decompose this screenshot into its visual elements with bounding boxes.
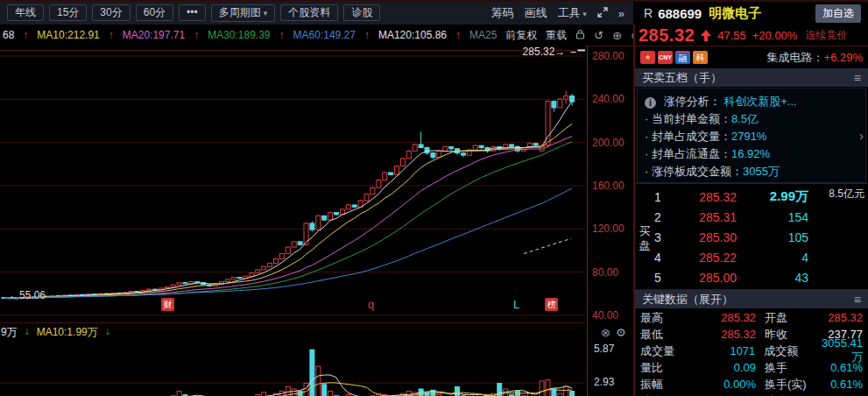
item-value: 8.5亿 <box>731 112 759 125</box>
forward-adjust-button[interactable]: 前复权 <box>505 28 537 43</box>
price-tick-label: 120.00 <box>592 223 625 235</box>
toolbar-link-工具[interactable]: 工具 ▾ <box>558 5 587 21</box>
toolbar-button-60分[interactable]: 60分 <box>136 4 173 21</box>
ma-value: ↑ <box>23 29 28 41</box>
volume-bar <box>310 350 314 396</box>
ma-values: 68↑MA10:212.91↑MA20:197.71↑MA30:189.39↑M… <box>3 29 497 41</box>
bid-volume: 43 <box>737 271 808 285</box>
stat-label: 成交额 <box>764 343 822 359</box>
right-panel: ★CNY融科 集成电路：+6.29% 买卖五档（手） ≡ i 涨停分析： 科创次… <box>635 46 868 396</box>
candle <box>256 270 260 273</box>
close-pane-icon[interactable]: ⊗ <box>601 326 610 339</box>
ma-indicator-bar: 68↑MA10:212.91↑MA20:197.71↑MA30:189.39↑M… <box>0 25 633 46</box>
chart-marker-L[interactable]: L <box>513 298 519 311</box>
reload-button[interactable]: 重载 <box>546 28 567 43</box>
toolbar-button-个股资料[interactable]: 个股资料 <box>280 4 338 21</box>
order-book-row[interactable]: 2285.31154 <box>654 207 868 227</box>
menu-icon[interactable]: ≡ <box>854 293 861 307</box>
candle <box>268 264 272 267</box>
item-value: 2791% <box>731 130 766 143</box>
order-book-row[interactable]: 1285.322.99万8.5亿元 <box>654 187 868 207</box>
buy-side-label: 买盘 <box>635 187 654 289</box>
toolbar-button-30分[interactable]: 30分 <box>92 4 130 21</box>
limit-up-analysis-items: · 当前封单金额：8.5亿· 封单占成交量：2791%· 封单占流通盘：16.9… <box>645 110 858 180</box>
item-label: 封单占流通盘： <box>652 147 731 160</box>
candle <box>364 194 369 201</box>
chart-marker-q[interactable]: q <box>368 298 374 311</box>
collapse-panel-icon[interactable]: » <box>618 7 625 20</box>
volume-tick-label: 5.87 <box>594 343 614 355</box>
level: 3 <box>654 230 674 244</box>
stat-label: 最低 <box>640 327 691 343</box>
chart-marker-榜[interactable]: 榜 <box>545 298 558 311</box>
stat-label: 最高 <box>640 310 691 326</box>
stat-value: 0.00% <box>691 378 756 391</box>
key-data-row: 成交量1071成交额3055.41万 <box>640 343 863 359</box>
stat-label: 振幅 <box>640 377 691 392</box>
candle <box>419 145 423 148</box>
volume-pane[interactable]: 9万↓MA10:1.99万↓ <box>0 322 585 396</box>
volume-tick-label: 2.93 <box>594 376 614 388</box>
item-label: 当前封单金额： <box>652 112 731 125</box>
candle <box>564 95 568 99</box>
key-data-row: 振幅0.00%换手(实)0.61% <box>640 376 863 392</box>
toolbar-button-年线[interactable]: 年线 <box>7 4 44 21</box>
ma-value: MA20:197.71 <box>123 29 185 41</box>
candle <box>262 266 266 270</box>
limit-up-tags[interactable]: 科创次新股+... <box>723 95 796 108</box>
stock-code: 688699 <box>658 6 702 21</box>
add-watchlist-button[interactable]: 加自选 <box>815 4 861 23</box>
seal-amount: 8.5亿元 <box>808 187 868 202</box>
toolbar-button-诊股[interactable]: 诊股 <box>343 4 380 21</box>
order-book-row[interactable]: 3285.30105 <box>654 227 868 247</box>
lock-icon[interactable] <box>575 29 585 42</box>
quote-strip: 285.32 47.55 +20.00% 连续竞价 <box>635 25 868 46</box>
bid-volume: 2.99万 <box>737 188 808 205</box>
volume-bar <box>455 386 460 396</box>
volume-bar <box>546 380 550 396</box>
toolbar-link-画线[interactable]: 画线 <box>525 5 547 21</box>
stat-value: 0.09 <box>691 361 756 374</box>
trading-status: 连续竞价 <box>805 28 847 43</box>
candle <box>352 205 356 207</box>
stat-value: 285.32 <box>691 328 756 341</box>
limit-up-analysis-item: · 封单占流通盘：16.92% <box>645 145 858 163</box>
level: 5 <box>654 271 674 285</box>
candle <box>533 144 538 145</box>
undo-icon[interactable]: ↺ <box>594 29 603 42</box>
candlestick-chart[interactable]: 285.32→ – ←55.06 财qL榜 <box>0 46 585 322</box>
zoom-in-icon[interactable]: ⊕ <box>612 29 622 42</box>
toolbar-button-15分[interactable]: 15分 <box>49 4 87 21</box>
order-book-row[interactable]: 5285.0043 <box>654 267 868 287</box>
candle <box>335 213 339 215</box>
toolbar-button-多周期图[interactable]: 多周期图▾ <box>211 4 276 22</box>
chevron-right-icon[interactable]: › <box>859 127 864 145</box>
order-book-row[interactable]: 4285.224 <box>654 247 868 267</box>
ma20-line <box>4 137 573 299</box>
sector-performance[interactable]: 集成电路：+6.29% <box>767 50 863 66</box>
expand-icon[interactable] <box>597 7 608 20</box>
volume-bar <box>322 385 327 396</box>
chevron-down-icon: ▾ <box>581 10 587 18</box>
bid-price: 285.30 <box>674 230 737 244</box>
chart-marker-财[interactable]: 财 <box>161 298 174 311</box>
candle <box>406 151 411 159</box>
candle <box>147 289 152 290</box>
bullet: · <box>645 130 652 143</box>
pane-settings-gear-icon[interactable]: ⚙ <box>616 326 626 339</box>
key-data-grid: 最高285.32开盘285.32最低285.32昨收237.77成交量1071成… <box>635 308 868 396</box>
stat-value: 0.61% <box>822 378 863 391</box>
candle <box>473 145 477 150</box>
stat-label: 跌停 <box>765 393 822 396</box>
ma-value: ↑ <box>194 29 199 41</box>
key-data-row: 量比0.09换手0.61% <box>640 359 863 376</box>
volume-bar <box>292 389 296 396</box>
badge-cny: CNY <box>658 51 673 64</box>
menu-icon[interactable]: ≡ <box>854 71 861 85</box>
margin-flag: R <box>644 6 653 20</box>
toolbar-link-筹码[interactable]: 筹码 <box>491 5 514 21</box>
stat-value: 285.32 <box>691 311 756 324</box>
candle <box>195 281 200 282</box>
toolbar-button-•••[interactable]: ••• <box>179 4 206 21</box>
stat-label: 成交量 <box>640 343 691 359</box>
